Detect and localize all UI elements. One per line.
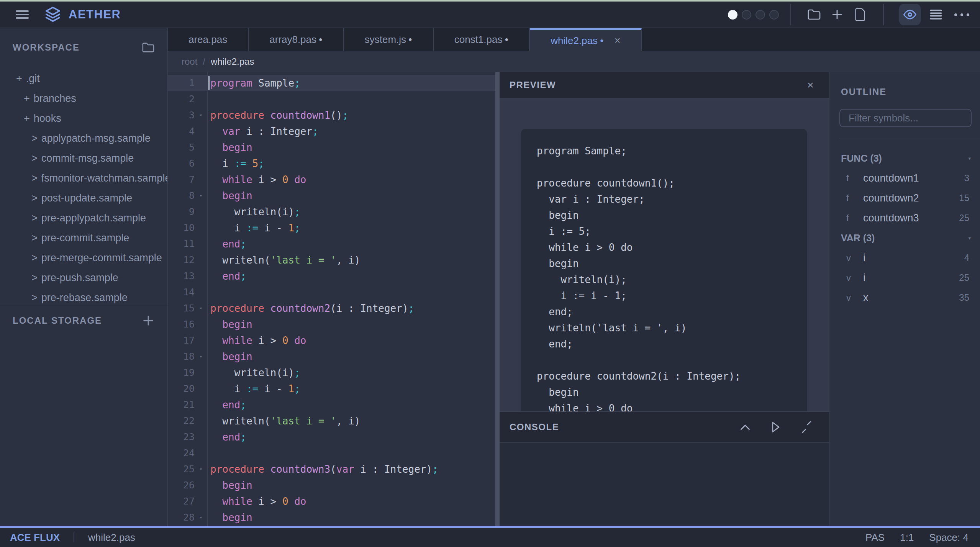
line-number: 1 [168,75,195,91]
filter-symbols-input[interactable] [839,109,972,127]
code-line[interactable]: 2 [168,91,495,107]
eye-icon [903,9,917,20]
code-line[interactable]: 28▾ begin [168,509,495,526]
view-dot[interactable] [769,10,779,20]
preview-close-icon[interactable]: × [807,79,814,91]
console-resize-icon[interactable] [800,421,813,434]
tree-item-post-update.sample[interactable]: >post-update.sample [0,188,167,208]
console-collapse-icon[interactable] [739,421,752,434]
symbol-name: i [863,272,865,284]
hamburger-menu-icon[interactable] [16,10,29,19]
code-line[interactable]: 1program Sample; [168,75,495,91]
fold-arrow-icon[interactable]: ▾ [195,300,207,316]
tree-item-branches[interactable]: +branches [0,88,167,108]
editor-preview-resize-handle[interactable] [495,72,500,526]
fold-arrow-icon[interactable]: ▾ [195,107,207,123]
code-line[interactable]: 7 while i > 0 do [168,172,495,188]
code-line[interactable]: 19 writeln(i); [168,365,495,381]
view-dot[interactable] [742,10,751,20]
tab-const1.pas[interactable]: const1.pas● [434,28,530,51]
tab-array8.pas[interactable]: array8.pas● [249,28,344,51]
tree-item-applypatch-msg.sample[interactable]: >applypatch-msg.sample [0,128,167,148]
tab-system.js[interactable]: system.js● [344,28,434,51]
code-line[interactable]: 27 while i > 0 do [168,493,495,509]
tree-item-.git[interactable]: +.git [0,69,167,88]
line-number: 14 [168,284,195,300]
local-storage-add-icon[interactable] [142,314,155,327]
token-num: 1 [288,383,295,395]
code-line[interactable]: 26 begin [168,477,495,493]
code-line[interactable]: 16 begin [168,316,495,332]
fold-arrow-icon[interactable]: ▾ [195,509,207,526]
code-line[interactable]: 15▾procedure countdown2(i : Integer); [168,300,495,316]
code-text: begin [207,139,252,156]
lines-menu-icon[interactable] [928,6,944,23]
tab-label: array8.pas [269,34,316,46]
more-options-icon[interactable] [954,13,969,16]
code-line[interactable]: 25▾procedure countdown3(var i : Integer)… [168,461,495,477]
fold-arrow-icon[interactable]: ▾ [195,461,207,477]
preview-toggle-button[interactable] [899,4,921,25]
code-line[interactable]: 8▾ begin [168,188,495,204]
tree-item-pre-applypatch.sample[interactable]: >pre-applypatch.sample [0,208,167,228]
code-line[interactable]: 9 writeln(i); [168,204,495,220]
code-line[interactable]: 23 end; [168,429,495,445]
outline-item-i[interactable]: vi4 [829,248,980,268]
code-line[interactable]: 3▾procedure countdown1(); [168,107,495,123]
outline-item-countdown3[interactable]: fcountdown325 [829,208,980,228]
code-editor[interactable]: 1program Sample;23▾procedure countdown1(… [168,72,495,526]
code-line[interactable]: 6 i := 5; [168,156,495,172]
outline-item-countdown2[interactable]: fcountdown215 [829,188,980,208]
collapse-caret-icon[interactable]: ▾ [968,235,971,241]
code-line[interactable]: 20 i := i - 1; [168,381,495,397]
tree-item-pre-rebase.sample[interactable]: >pre-rebase.sample [0,288,167,304]
outline-item-i[interactable]: vi25 [829,268,980,288]
code-line[interactable]: 10 i := i - 1; [168,220,495,236]
token-op: ; [342,110,348,121]
code-line[interactable]: 11 end; [168,236,495,252]
code-line[interactable]: 24 [168,445,495,461]
code-line[interactable]: 21 end; [168,397,495,413]
code-line[interactable]: 17 while i > 0 do [168,332,495,349]
view-dot-active[interactable] [728,10,737,20]
tab-while2.pas[interactable]: while2.pas●× [530,28,642,51]
outline-section-func[interactable]: FUNC (3)▾ [829,148,980,168]
tree-item-pre-merge-commit.sample[interactable]: >pre-merge-commit.sample [0,248,167,268]
tab-area.pas[interactable]: area.pas [168,28,249,51]
outline-item-x[interactable]: vx35 [829,288,980,308]
tree-item-commit-msg.sample[interactable]: >commit-msg.sample [0,148,167,168]
tree-item-pre-push.sample[interactable]: >pre-push.sample [0,268,167,288]
breadcrumb-root[interactable]: root [182,56,197,67]
code-line[interactable]: 13 end; [168,268,495,284]
tree-item-fsmonitor-watchman.sample[interactable]: >fsmonitor-watchman.sample [0,168,167,188]
statusbar-indent-setting[interactable]: Space: 4 [929,532,969,544]
console-run-icon[interactable] [769,421,782,434]
tree-item-hooks[interactable]: +hooks [0,108,167,128]
outline-item-countdown1[interactable]: fcountdown13 [829,168,980,188]
chevron-icon: > [31,212,38,224]
code-line[interactable]: 4 var i : Integer; [168,123,495,139]
tree-item-pre-commit.sample[interactable]: >pre-commit.sample [0,228,167,248]
console-output[interactable] [500,443,829,526]
code-line[interactable]: 12 writeln('last i = ', i) [168,252,495,268]
folder-icon[interactable] [806,6,823,23]
code-line[interactable]: 5 begin [168,139,495,156]
tree-item-label: pre-rebase.sample [41,292,128,304]
symbol-name: countdown3 [863,212,919,224]
file-icon[interactable] [852,6,869,23]
view-dot[interactable] [755,10,765,20]
fold-arrow-icon[interactable]: ▾ [195,349,207,365]
statusbar-cursor-position[interactable]: 1:1 [900,532,914,544]
plus-icon[interactable] [829,6,846,23]
code-line[interactable]: 18▾ begin [168,349,495,365]
collapse-caret-icon[interactable]: ▾ [968,156,971,161]
code-line[interactable]: 14 [168,284,495,300]
token-op: := [246,383,258,395]
outline-section-var[interactable]: VAR (3)▾ [829,228,980,248]
statusbar-language[interactable]: PAS [865,532,885,544]
tab-close-icon[interactable]: × [615,36,621,46]
fold-arrow-icon[interactable]: ▾ [195,188,207,204]
line-number: 13 [168,268,195,284]
code-line[interactable]: 22 writeln('last i = ', i) [168,413,495,429]
workspace-folder-icon[interactable] [142,42,155,53]
